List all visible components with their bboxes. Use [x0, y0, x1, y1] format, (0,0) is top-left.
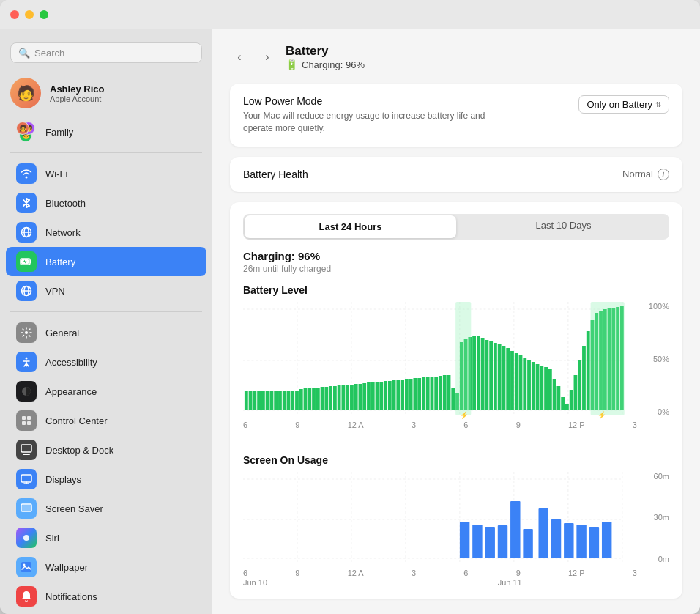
sidebar-item-appearance[interactable]: Appearance	[6, 377, 206, 406]
svg-rect-78	[431, 377, 434, 410]
sidebar-item-controlcenter[interactable]: Control Center	[6, 406, 206, 435]
svg-rect-109	[561, 397, 565, 410]
svg-rect-80	[439, 376, 442, 410]
minimize-button[interactable]	[25, 10, 34, 19]
search-box[interactable]: 🔍 Search	[10, 42, 202, 63]
svg-rect-149	[602, 522, 611, 558]
low-power-text: Low Power Mode Your Mac will reduce ener…	[243, 95, 492, 135]
sidebar-item-general[interactable]: General	[6, 318, 206, 347]
svg-rect-35	[249, 391, 253, 410]
sidebar-item-wallpaper[interactable]: Wallpaper	[6, 552, 206, 582]
svg-rect-56	[338, 385, 341, 410]
svg-rect-94	[498, 344, 502, 410]
main-content: ‹ › Battery 🔋 Charging: 96% Low Power M	[212, 29, 700, 614]
screen-chart-container: 6 9 12 A 3 6 9 12 P 3 Jun 1	[243, 472, 669, 587]
svg-rect-55	[333, 386, 337, 410]
svg-rect-36	[253, 391, 256, 410]
sidebar-item-notifications[interactable]: Notifications	[6, 582, 206, 611]
low-power-title: Low Power Mode	[243, 95, 492, 107]
info-button[interactable]: i	[658, 169, 669, 180]
forward-button[interactable]: ›	[258, 48, 277, 67]
svg-rect-70	[396, 380, 400, 410]
sidebar-item-wifi[interactable]: Wi-Fi	[6, 159, 206, 188]
sidebar-item-bluetooth[interactable]: Bluetooth	[6, 188, 206, 218]
svg-rect-82	[447, 375, 451, 410]
svg-rect-34	[245, 391, 248, 410]
sidebar-item-battery[interactable]: Battery	[6, 247, 206, 276]
maximize-button[interactable]	[40, 10, 48, 19]
sidebar-item-label-wifi: Wi-Fi	[45, 169, 67, 180]
sidebar-item-family[interactable]: 👧 👦 🧒 Family	[6, 117, 206, 147]
x-label-6b: 6	[463, 421, 468, 429]
chart-card: Last 24 Hours Last 10 Days Charging: 96%…	[230, 202, 682, 599]
svg-rect-49	[308, 388, 311, 410]
sidebar-item-vpn[interactable]: VPN	[6, 276, 206, 306]
controlcenter-icon	[16, 410, 37, 431]
sidebar-item-displays[interactable]: Displays	[6, 465, 206, 494]
svg-point-9	[25, 331, 28, 334]
page-title-row: Battery	[286, 44, 682, 59]
svg-rect-45	[291, 391, 294, 410]
tab-24h[interactable]: Last 24 Hours	[245, 215, 456, 238]
wallpaper-icon	[16, 557, 37, 577]
svg-rect-144	[539, 508, 548, 558]
svg-rect-4	[30, 260, 31, 263]
sidebar-item-screensaver[interactable]: Screen Saver	[6, 494, 206, 523]
svg-rect-13	[27, 416, 31, 420]
svg-rect-58	[346, 385, 349, 410]
battery-icon	[16, 251, 37, 272]
sidebar-user[interactable]: 🧑 Ashley Rico Apple Account	[0, 72, 212, 117]
svg-rect-102	[532, 362, 535, 410]
accessibility-icon	[16, 352, 37, 372]
svg-rect-75	[417, 378, 421, 410]
svg-rect-74	[413, 378, 417, 410]
svg-rect-97	[510, 351, 514, 410]
sidebar-item-siri[interactable]: Siri	[6, 523, 206, 552]
svg-rect-143	[523, 529, 532, 558]
svg-rect-73	[409, 379, 413, 410]
user-name: Ashley Rico	[50, 84, 104, 95]
svg-rect-76	[422, 377, 425, 410]
chart-tabs: Last 24 Hours Last 10 Days	[243, 214, 669, 240]
svg-rect-113	[578, 360, 581, 410]
svg-rect-16	[21, 445, 31, 452]
svg-rect-98	[515, 353, 518, 410]
low-power-selector[interactable]: Only on Battery ⇅	[578, 95, 669, 114]
sidebar-item-label-screensaver: Screen Saver	[45, 503, 103, 514]
sidebar-divider-1	[10, 152, 202, 153]
svg-rect-18	[21, 475, 31, 482]
svg-rect-42	[278, 391, 282, 410]
svg-rect-51	[316, 388, 320, 410]
search-container: 🔍 Search	[0, 37, 212, 72]
svg-rect-95	[502, 346, 506, 410]
svg-rect-69	[392, 380, 396, 410]
sidebar-divider-2	[10, 311, 202, 312]
siri-icon	[16, 528, 37, 548]
network-icon	[16, 222, 37, 243]
displays-icon	[16, 469, 37, 489]
sidebar-item-desktopdock[interactable]: Desktop & Dock	[6, 435, 206, 465]
sidebar-item-network[interactable]: Network	[6, 218, 206, 247]
back-button[interactable]: ‹	[230, 48, 249, 67]
tab-10d[interactable]: Last 10 Days	[458, 214, 669, 240]
svg-rect-138	[460, 522, 469, 558]
sidebar-item-label-network: Network	[45, 227, 81, 238]
svg-rect-79	[434, 377, 438, 410]
desktopdock-icon	[16, 440, 37, 460]
sidebar-item-accessibility[interactable]: Accessibility	[6, 347, 206, 377]
sx-label-6b: 6	[463, 569, 468, 577]
close-button[interactable]	[10, 10, 19, 19]
battery-chart-inner: ⚡ ⚡ 6 9 12 A 3 6 9	[243, 302, 637, 429]
x-label-12a: 12 A	[348, 421, 364, 429]
x-label-9: 9	[295, 421, 299, 429]
svg-rect-141	[498, 525, 507, 558]
svg-rect-89	[477, 336, 480, 410]
svg-rect-90	[481, 338, 485, 410]
page-header: Battery 🔋 Charging: 96%	[286, 44, 682, 70]
svg-rect-43	[283, 391, 286, 410]
svg-rect-44	[287, 391, 291, 410]
low-power-selector-label: Only on Battery	[587, 99, 652, 110]
battery-health-card: Battery Health Normal i	[230, 157, 682, 192]
svg-rect-15	[27, 421, 31, 425]
bluetooth-icon	[16, 193, 37, 213]
